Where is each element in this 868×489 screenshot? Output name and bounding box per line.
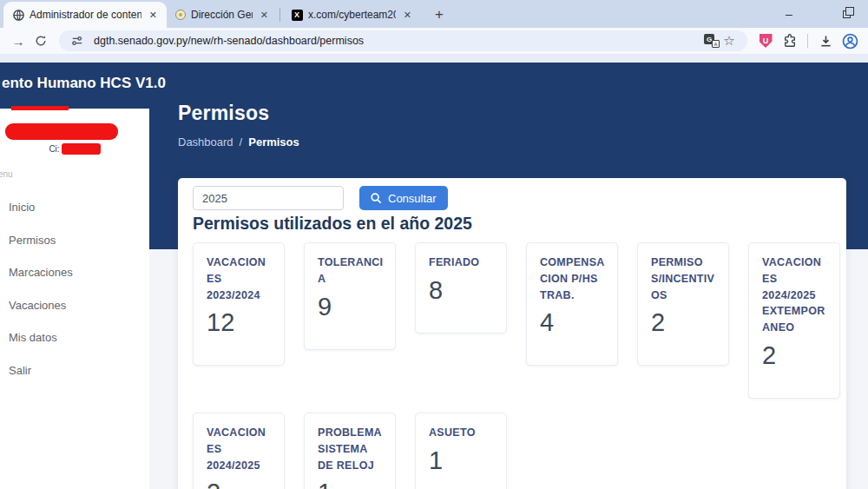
- downloads-icon[interactable]: [816, 31, 835, 50]
- stat-card-value: 1: [318, 479, 384, 489]
- consultar-button-label: Consultar: [388, 192, 437, 205]
- stat-card-tolerancia: TOLERANCIA 9: [304, 242, 396, 350]
- page-header: Permisos Dashboard / Permisos: [178, 102, 299, 149]
- sidebar-item-salir[interactable]: Salir: [0, 354, 149, 387]
- tab-title: x.com/cyberteam2009: [308, 9, 396, 21]
- ci-label: Ci:: [49, 144, 59, 154]
- stat-card-vacaciones-2023-2024: VACACIONES 2023/2024 12: [193, 242, 285, 366]
- stat-card-title: VACACIONES 2024/2025: [207, 425, 273, 473]
- close-icon[interactable]: ✕: [258, 10, 271, 21]
- search-row: Consultar: [193, 186, 846, 210]
- sidebar-item-mis-datos[interactable]: Mis datos: [0, 321, 149, 354]
- stat-card-compensacion: COMPENSACION P/HS TRAB. 4: [526, 242, 618, 366]
- new-tab-button[interactable]: +: [430, 6, 449, 23]
- breadcrumb-separator: /: [240, 135, 243, 149]
- section-heading: Permisos utilizados en el año 2025: [193, 214, 846, 234]
- consultar-button[interactable]: Consultar: [359, 186, 448, 210]
- stat-card-value: 9: [318, 293, 384, 321]
- stat-card-vacaciones-2024-2025: VACACIONES 2024/2025 2: [193, 413, 285, 489]
- breadcrumb-dashboard-link[interactable]: Dashboard: [178, 135, 233, 149]
- stat-card-title: PERMISO S/INCENTIVOS: [651, 254, 717, 303]
- stat-card-value: 12: [207, 308, 273, 337]
- stat-cards-row-1: VACACIONES 2023/2024 12 TOLERANCIA 9 FER…: [193, 242, 846, 404]
- search-icon: [371, 193, 382, 204]
- stat-card-asueto: ASUETO 1: [415, 413, 507, 489]
- forward-button[interactable]: →: [7, 30, 30, 52]
- browser-toolbar: → dgth.senado.gov.py/new/rh-senado/dashb…: [0, 28, 868, 54]
- content-panel: Consultar Permisos utilizados en el año …: [178, 178, 846, 489]
- site-settings-icon[interactable]: [68, 31, 87, 50]
- translate-icon[interactable]: GA: [704, 34, 720, 48]
- tab-title: Dirección General de Administr: [191, 9, 253, 21]
- stat-card-value: 2: [762, 341, 828, 370]
- restore-button[interactable]: [835, 3, 858, 25]
- sidebar-item-vacaciones[interactable]: Vacaciones: [0, 289, 149, 322]
- sidebar-item-inicio[interactable]: Inicio: [0, 191, 149, 224]
- stat-card-value: 8: [429, 276, 495, 305]
- stat-card-problema-reloj: PROBLEMA SISTEMA DE RELOJ 1: [304, 413, 396, 489]
- stat-card-vacaciones-extemporaneo: VACACIONES 2024/2025 EXTEMPORANEO 2: [748, 242, 840, 399]
- toolbar-lower-band: [0, 54, 868, 63]
- stat-card-value: 1: [429, 446, 495, 475]
- close-icon[interactable]: ✕: [147, 10, 160, 21]
- stat-card-title: COMPENSACION P/HS TRAB.: [540, 254, 606, 303]
- sidebar-item-marcaciones[interactable]: Marcaciones: [0, 256, 149, 289]
- sidebar-nav: Inicio Permisos Marcaciones Vacaciones M…: [0, 191, 149, 387]
- stat-card-value: 2: [651, 308, 717, 337]
- close-icon[interactable]: ✕: [401, 10, 414, 21]
- address-bar[interactable]: dgth.senado.gov.py/new/rh-senado/dashboa…: [59, 30, 747, 51]
- breadcrumb: Dashboard / Permisos: [178, 135, 299, 149]
- stat-card-permiso-incentivos: PERMISO S/INCENTIVOS 2: [637, 242, 729, 366]
- minimize-button[interactable]: –: [778, 3, 800, 25]
- tab-xcom[interactable]: X x.com/cyberteam2009 ✕: [282, 2, 421, 28]
- stat-card-title: VACACIONES 2023/2024: [207, 254, 273, 303]
- redacted-ci-number: [62, 143, 101, 155]
- toolbar-separator: [807, 34, 808, 48]
- stat-card-feriado: FERIADO 8: [415, 242, 507, 334]
- sidebar-item-permisos[interactable]: Permisos: [0, 224, 149, 257]
- url-text[interactable]: dgth.senado.gov.py/new/rh-senado/dashboa…: [94, 35, 704, 47]
- tab-title: Administrador de contenidos: [30, 9, 141, 21]
- ci-row: Ci:: [0, 143, 149, 155]
- stat-card-value: 4: [540, 308, 606, 337]
- redacted-strip: [11, 106, 69, 110]
- restore-icon: [843, 10, 851, 18]
- tab-administrador[interactable]: Administrador de contenidos ✕: [3, 2, 167, 28]
- breadcrumb-current: Permisos: [248, 135, 299, 149]
- profile-avatar-icon[interactable]: [840, 31, 859, 50]
- browser-tab-bar: Administrador de contenidos ✕ Dirección …: [0, 0, 868, 28]
- sidebar: Ci: enu Inicio Permisos Marcaciones Vaca…: [0, 109, 149, 489]
- redacted-user-name: [5, 123, 118, 140]
- year-input[interactable]: [193, 186, 344, 210]
- app-brand-title: ento Humano HCS V1.0: [2, 75, 166, 92]
- menu-section-label: enu: [0, 169, 13, 179]
- stat-card-title: TOLERANCIA: [318, 254, 384, 287]
- reload-button[interactable]: [30, 30, 52, 52]
- stat-card-title: PROBLEMA SISTEMA DE RELOJ: [318, 425, 384, 473]
- web-page: ento Humano HCS V1.0 Ci: enu Inicio Perm…: [0, 63, 868, 489]
- window-controls: –: [778, 0, 858, 28]
- extensions-puzzle-icon[interactable]: [780, 31, 799, 50]
- x-logo-icon: X: [291, 9, 303, 21]
- seal-icon: [175, 10, 186, 20]
- stat-card-value: 2: [207, 479, 273, 489]
- globe-icon: [12, 9, 24, 21]
- stat-card-title: VACACIONES 2024/2025 EXTEMPORANEO: [762, 254, 828, 336]
- stat-card-title: ASUETO: [429, 425, 495, 441]
- tab-direccion-general[interactable]: Dirección General de Administr ✕: [167, 2, 278, 28]
- page-title: Permisos: [178, 102, 299, 125]
- toolbar-right: U: [756, 31, 859, 50]
- stat-card-title: FERIADO: [429, 254, 495, 271]
- ublock-extension-icon[interactable]: U: [756, 31, 775, 50]
- bookmark-star-icon[interactable]: ☆: [720, 31, 739, 50]
- tab-separator: [279, 8, 280, 22]
- stat-cards-row-2: VACACIONES 2024/2025 2 PROBLEMA SISTEMA …: [193, 413, 846, 489]
